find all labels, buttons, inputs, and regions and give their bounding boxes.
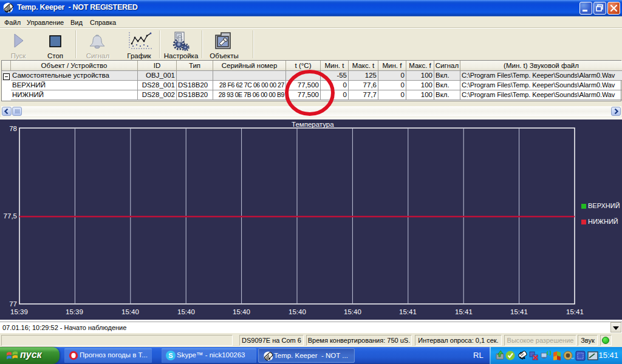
svg-text:S: S [168, 352, 173, 359]
